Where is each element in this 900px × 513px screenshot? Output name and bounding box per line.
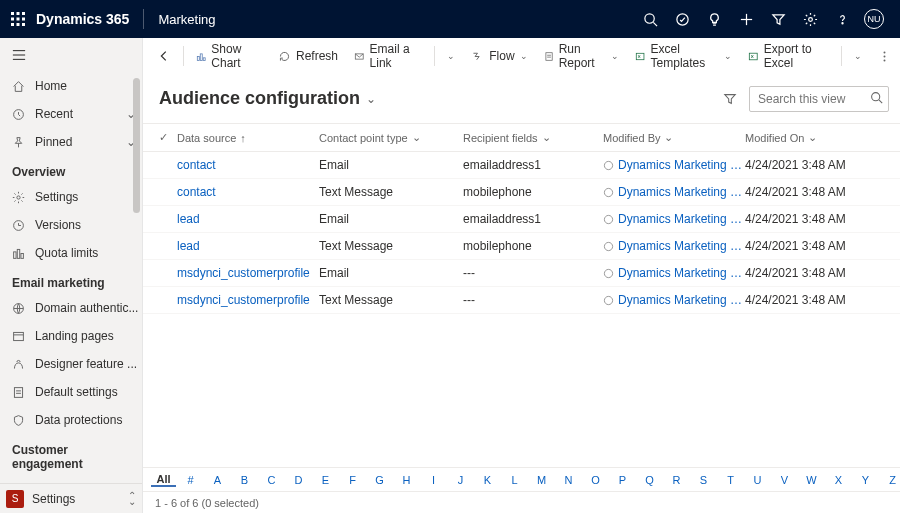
flow-button[interactable]: Flow⌄: [465, 45, 533, 67]
alpha-filter-v[interactable]: V: [772, 474, 797, 486]
lightbulb-icon[interactable]: [698, 0, 730, 38]
brand-name[interactable]: Dynamics 365: [36, 11, 129, 27]
sidebar-item-pinned[interactable]: Pinned⌄: [0, 128, 142, 156]
search-icon[interactable]: [634, 0, 666, 38]
view-chevron-icon[interactable]: ⌄: [366, 92, 376, 106]
sidebar-item-default-settings[interactable]: Default settings: [0, 378, 142, 406]
sidebar-item-recent[interactable]: Recent⌄: [0, 100, 142, 128]
alpha-filter-b[interactable]: B: [232, 474, 257, 486]
alpha-filter-s[interactable]: S: [691, 474, 716, 486]
data-source-link[interactable]: contact: [177, 158, 216, 172]
user-avatar[interactable]: NU: [858, 0, 890, 38]
svg-point-53: [604, 269, 612, 277]
alpha-filter-e[interactable]: E: [313, 474, 338, 486]
alpha-filter-x[interactable]: X: [826, 474, 851, 486]
overflow-button[interactable]: [872, 46, 897, 67]
domain-icon: [12, 302, 25, 315]
sidebar-item-designer[interactable]: Designer feature ...: [0, 350, 142, 378]
help-icon[interactable]: [826, 0, 858, 38]
alpha-filter-i[interactable]: I: [421, 474, 446, 486]
data-source-link[interactable]: contact: [177, 185, 216, 199]
alpha-filter-c[interactable]: C: [259, 474, 284, 486]
alpha-filter-all[interactable]: All: [151, 473, 176, 487]
sidebar-item-home[interactable]: Home: [0, 72, 142, 100]
data-source-link[interactable]: msdynci_customerprofile: [177, 266, 310, 280]
alpha-filter-f[interactable]: F: [340, 474, 365, 486]
show-chart-button[interactable]: Show Chart: [190, 38, 268, 74]
col-data-source[interactable]: Data source ↑: [177, 132, 319, 144]
alpha-filter-l[interactable]: L: [502, 474, 527, 486]
sidebar-item-quota[interactable]: Quota limits: [0, 239, 142, 267]
sidebar-item-data-protections[interactable]: Data protections: [0, 406, 142, 434]
alpha-filter-m[interactable]: M: [529, 474, 554, 486]
alpha-filter-n[interactable]: N: [556, 474, 581, 486]
cell-modified-by[interactable]: Dynamics Marketing Customer: [603, 239, 745, 253]
command-bar: Show Chart Refresh Email a Link ⌄ Flow⌄ …: [143, 38, 900, 74]
alpha-filter-k[interactable]: K: [475, 474, 500, 486]
alpha-filter-h[interactable]: H: [394, 474, 419, 486]
email-link-dropdown[interactable]: ⌄: [441, 47, 461, 65]
alpha-filter-y[interactable]: Y: [853, 474, 878, 486]
data-source-link[interactable]: msdynci_customerprofile: [177, 293, 310, 307]
cell-modified-by[interactable]: Dynamics Marketing Customer: [603, 185, 745, 199]
alpha-filter-j[interactable]: J: [448, 474, 473, 486]
alpha-filter-d[interactable]: D: [286, 474, 311, 486]
sidebar-item-settings[interactable]: Settings: [0, 183, 142, 211]
table-row[interactable]: msdynci_customerprofileText Message---Dy…: [143, 287, 900, 314]
alpha-filter-g[interactable]: G: [367, 474, 392, 486]
alpha-filter-#[interactable]: #: [178, 474, 203, 486]
cell-modified-by[interactable]: Dynamics Marketing Customer: [603, 266, 745, 280]
cell-modified-by[interactable]: Dynamics Marketing Customer: [603, 212, 745, 226]
sidebar-item-domain-auth[interactable]: Domain authentic...: [0, 294, 142, 322]
alpha-filter-z[interactable]: Z: [880, 474, 900, 486]
refresh-button[interactable]: Refresh: [272, 45, 344, 67]
data-source-link[interactable]: lead: [177, 239, 200, 253]
alpha-filter-a[interactable]: A: [205, 474, 230, 486]
email-link-button[interactable]: Email a Link: [348, 38, 428, 74]
alpha-filter-p[interactable]: P: [610, 474, 635, 486]
app-name[interactable]: Marketing: [158, 12, 215, 27]
select-all-checkbox[interactable]: ✓: [159, 131, 177, 144]
add-icon[interactable]: [730, 0, 762, 38]
run-report-button[interactable]: Run Report⌄: [538, 38, 626, 74]
search-icon[interactable]: [870, 91, 883, 104]
filter-icon[interactable]: [762, 0, 794, 38]
cell-modified-by[interactable]: Dynamics Marketing Customer: [603, 293, 745, 307]
cell-modified-on: 4/24/2021 3:48 AM: [745, 185, 887, 199]
sidebar-item-landing-pages[interactable]: Landing pages: [0, 322, 142, 350]
search-input[interactable]: [749, 86, 889, 112]
back-button[interactable]: [151, 45, 177, 67]
app-launcher-icon[interactable]: [10, 11, 26, 27]
table-row[interactable]: contactText MessagemobilephoneDynamics M…: [143, 179, 900, 206]
data-source-link[interactable]: lead: [177, 212, 200, 226]
col-modified-on[interactable]: Modified On ⌄: [745, 131, 887, 144]
gear-icon[interactable]: [794, 0, 826, 38]
alpha-filter-q[interactable]: Q: [637, 474, 662, 486]
sidebar-item-versions[interactable]: Versions: [0, 211, 142, 239]
col-modified-by[interactable]: Modified By ⌄: [603, 131, 745, 144]
sidebar-scrollbar[interactable]: [133, 78, 140, 213]
alpha-filter-u[interactable]: U: [745, 474, 770, 486]
hamburger-icon[interactable]: [0, 38, 142, 72]
export-excel-dropdown[interactable]: ⌄: [848, 47, 868, 65]
filter-icon[interactable]: [723, 92, 737, 106]
cell-modified-by[interactable]: Dynamics Marketing Customer: [603, 158, 745, 172]
sidebar-item-compliance[interactable]: Compliance: [0, 475, 142, 483]
table-row[interactable]: leadEmailemailaddress1Dynamics Marketing…: [143, 206, 900, 233]
col-recipient[interactable]: Recipient fields ⌄: [463, 131, 603, 144]
alpha-filter-o[interactable]: O: [583, 474, 608, 486]
page-title[interactable]: Audience configuration: [159, 88, 360, 109]
col-contact-point[interactable]: Contact point type ⌄: [319, 131, 463, 144]
svg-rect-37: [203, 57, 205, 60]
svg-rect-35: [197, 56, 199, 60]
alpha-filter-t[interactable]: T: [718, 474, 743, 486]
export-excel-button[interactable]: Export to Excel: [742, 38, 835, 74]
table-row[interactable]: msdynci_customerprofileEmail---Dynamics …: [143, 260, 900, 287]
table-row[interactable]: contactEmailemailaddress1Dynamics Market…: [143, 152, 900, 179]
excel-templates-button[interactable]: Excel Templates⌄: [629, 38, 738, 74]
assistant-icon[interactable]: [666, 0, 698, 38]
alpha-filter-w[interactable]: W: [799, 474, 824, 486]
alpha-filter-r[interactable]: R: [664, 474, 689, 486]
table-row[interactable]: leadText MessagemobilephoneDynamics Mark…: [143, 233, 900, 260]
sidebar-area-switcher[interactable]: S Settings ⌃⌄: [0, 483, 142, 513]
